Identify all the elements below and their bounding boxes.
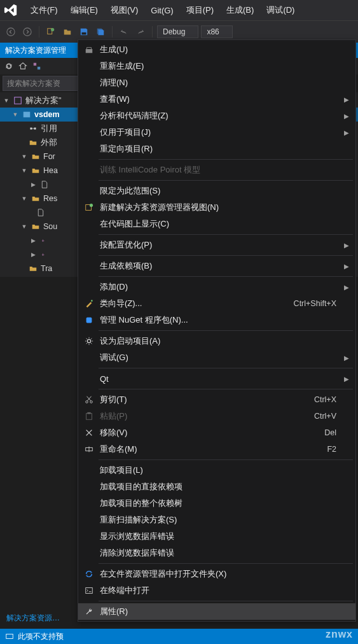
svg-rect-10 [34,128,36,130]
menu-project[interactable]: 项目(P) [180,2,220,18]
folder-icon [28,263,38,274]
ctx-debug[interactable]: 调试(G)▶ [78,349,355,366]
redo-icon[interactable] [134,25,148,39]
svg-point-19 [86,401,88,403]
folder-icon [31,193,41,204]
platform-dropdown[interactable]: x86 [201,25,232,38]
new-item-icon[interactable] [44,25,58,39]
chevron-down-icon: ▼ [20,167,28,174]
search-placeholder: 搜索解决方案资 [7,78,60,89]
ctx-openterm[interactable]: 在终端中打开 [78,582,355,599]
ctx-rename[interactable]: 重命名(M)F2 [78,441,355,458]
ctx-deps[interactable]: 生成依赖项(B)▶ [78,258,355,274]
menu-build[interactable]: 生成(B) [220,2,260,18]
chevron-right-icon: ▶ [344,96,349,103]
ctx-properties[interactable]: 属性(R) [78,603,355,620]
svg-point-16 [91,300,93,302]
svg-point-20 [90,401,93,403]
ctx-qt[interactable]: Qt▶ [78,370,355,387]
menu-file[interactable]: 文件(F) [24,2,64,18]
explorer-tab[interactable]: 解决方案资源… [0,610,66,626]
ctx-nuget[interactable]: 管理 NuGet 程序包(N)... [78,312,355,328]
gear-icon [81,337,97,346]
status-text: 此项不支持预 [18,631,64,642]
ctx-remove[interactable]: 移除(V)Del [78,424,355,441]
cpp-icon: + [39,249,50,260]
ctx-clearerr[interactable]: 清除浏览数据库错误 [78,545,355,561]
file-icon [36,207,46,218]
svg-rect-22 [87,412,90,414]
ctx-build[interactable]: 生成(U) [78,41,355,58]
chevron-right-icon: ▶ [344,284,349,291]
ctx-retarget[interactable]: 重定向项目(R) [78,141,355,157]
nav-fwd-icon[interactable] [20,25,34,39]
chevron-right-icon: ▶ [344,354,349,361]
watermark: znwx [326,629,353,640]
menubar: 文件(F) 编辑(E) 视图(V) Git(G) 项目(P) 生成(B) 调试(… [0,0,358,21]
ctx-view[interactable]: 查看(W)▶ [78,91,355,108]
chevron-right-icon: ▶ [344,242,349,249]
project-context-menu: 生成(U) 重新生成(E) 清理(N) 查看(W)▶ 分析和代码清理(Z)▶ 仅… [78,39,356,622]
ctx-loaddirect[interactable]: 加载项目的直接依赖项 [78,479,355,495]
wrench-icon [81,607,97,616]
file-icon [39,179,50,190]
svg-rect-4 [82,32,86,34]
wizard-icon [81,299,97,308]
chevron-right-icon: ▶ [344,129,349,136]
svg-point-1 [24,27,31,35]
chevron-right-icon: ▶ [29,237,37,244]
status-bar: 此项不支持预 [0,629,358,644]
save-icon[interactable] [77,25,91,39]
home-icon[interactable] [17,60,29,73]
ctx-optimize[interactable]: 按配置优化(P)▶ [78,237,355,253]
chevron-down-icon: ▼ [11,111,19,118]
ctx-newview[interactable]: 新建解决方案资源管理器视图(N) [78,199,355,216]
sync-icon[interactable] [3,60,15,73]
chevron-down-icon: ▼ [20,195,28,202]
config-dropdown[interactable]: Debug [157,25,198,38]
ctx-startup[interactable]: 设为启动项目(A) [78,333,355,349]
svg-point-3 [51,27,54,31]
explorer-title: 解决方案资源管理 [5,45,66,56]
chevron-down-icon: ▼ [20,223,28,230]
references-icon [28,123,38,134]
svg-rect-17 [86,318,92,323]
menu-view[interactable]: 视图(V) [104,2,144,18]
ctx-analyze[interactable]: 分析和代码清理(Z)▶ [78,108,355,124]
svg-rect-25 [6,634,13,639]
save-all-icon[interactable] [93,25,107,39]
ctx-cut[interactable]: 剪切(T)Ctrl+X [78,391,355,408]
ctx-rescan[interactable]: 重新扫描解决方案(S) [78,512,355,528]
ctx-clean[interactable]: 清理(N) [78,74,355,91]
svg-rect-6 [38,67,40,69]
svg-rect-7 [15,97,22,104]
svg-text:+: + [42,252,45,258]
nav-back-icon[interactable] [4,25,18,39]
remove-icon [81,428,97,437]
svg-rect-5 [34,63,36,66]
ctx-scope[interactable]: 限定为此范围(S) [78,183,355,199]
chevron-down-icon: ▼ [20,153,28,160]
terminal-icon [81,586,97,595]
undo-icon[interactable] [117,25,131,39]
ctx-codemap[interactable]: 在代码图上显示(C) [78,216,355,232]
ctx-intellicode: 训练 IntelliCode Poirot 模型 [78,162,355,178]
folder-icon [31,221,41,232]
menu-git[interactable]: Git(G) [144,3,179,18]
ctx-unload[interactable]: 卸载项目(L) [78,462,355,479]
cut-icon [81,395,97,404]
open-icon[interactable] [60,25,74,39]
ctx-showerr[interactable]: 显示浏览数据库错误 [78,528,355,545]
ctx-add[interactable]: 添加(D)▶ [78,279,355,295]
build-icon [81,45,97,54]
ctx-openfolder[interactable]: 在文件资源管理器中打开文件夹(X) [78,566,355,582]
svg-rect-24 [86,588,93,594]
ctx-projonly[interactable]: 仅用于项目(J)▶ [78,124,355,141]
switch-views-icon[interactable] [31,60,43,73]
ctx-loadtree[interactable]: 加载项目的整个依赖树 [78,495,355,512]
menu-debug[interactable]: 调试(D) [260,2,301,18]
ctx-rebuild[interactable]: 重新生成(E) [78,58,355,74]
menu-edit[interactable]: 编辑(E) [64,2,104,18]
ctx-wizard[interactable]: 类向导(Z)...Ctrl+Shift+X [78,295,355,312]
svg-text:+: + [42,238,45,244]
